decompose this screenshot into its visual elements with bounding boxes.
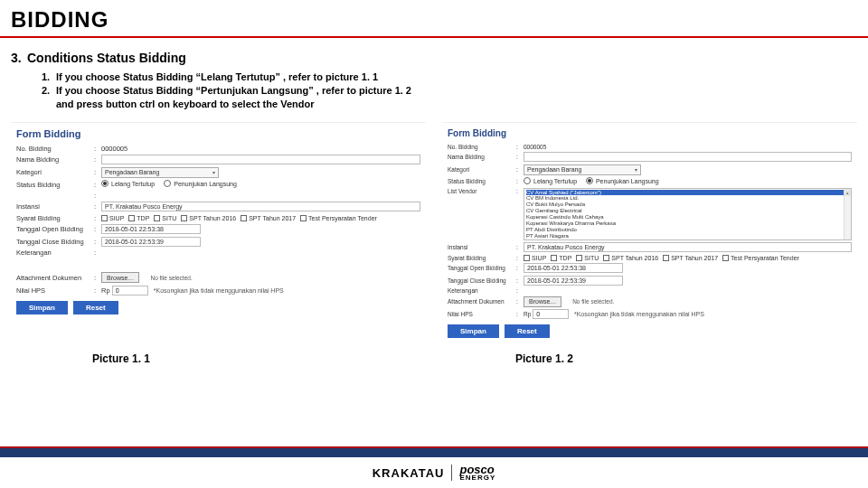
label: Status Bidding <box>448 178 516 184</box>
label: Nilai HPS <box>448 311 516 317</box>
instansi-input[interactable]: PT. Krakatau Posco Energy <box>524 242 852 252</box>
checkbox[interactable]: Test Persyaratan Tender <box>300 215 377 221</box>
no-file-text: No file selected. <box>572 298 614 305</box>
list-item: Koperasi Wirakarya Dharma Perkasa <box>526 221 849 227</box>
label: Nama Bidding <box>448 154 516 160</box>
browse-button[interactable]: Browse… <box>101 272 139 283</box>
nama-input[interactable] <box>524 152 852 162</box>
label: Syarat Bidding <box>448 255 516 261</box>
kategori-select[interactable]: Pengadaan Barang▾ <box>524 164 641 175</box>
label: Tanggal Close Bidding <box>16 238 94 246</box>
picture-1-2-panel: Form Bidding No. Bidding:0000005 Nama Bi… <box>442 122 857 341</box>
simpan-button[interactable]: Simpan <box>448 324 499 338</box>
list-item: PT Gandhi Indah <box>526 239 849 240</box>
list-item: Koperasi Castindo Multi Cahaya <box>526 214 849 221</box>
caption-1-2: Picture 1. 2 <box>434 352 857 365</box>
chevron-down-icon: ▾ <box>635 166 637 173</box>
label: Tanggal Close Bidding <box>448 277 516 284</box>
label: Attachment Dokumen <box>16 274 94 282</box>
kategori-select[interactable]: Pengadaan Barang▾ <box>101 167 219 178</box>
label: List Vendor <box>448 188 516 194</box>
list-item: CV Amal Syahied ("Jabercom") <box>526 190 849 196</box>
bullet-num: 1. <box>42 70 56 84</box>
bullet-text: If you choose Status Bidding “Lelang Ter… <box>56 70 857 84</box>
list-item: CV Gemilang Electrical <box>526 208 849 214</box>
footer-logo: KRAKATAU posco ENERGY <box>0 457 868 488</box>
currency-label: Rp <box>524 311 531 317</box>
hps-hint: *Kosongkan jika tidak menggunakan nilai … <box>154 287 284 294</box>
open-date-input[interactable]: 2018-05-01 22:53:38 <box>524 263 623 273</box>
slide-title: BIDDING <box>0 0 868 38</box>
checkbox[interactable]: SIUP <box>524 255 546 261</box>
label: Nilai HPS <box>16 286 94 295</box>
bullet-num: 2. <box>42 84 56 98</box>
hps-input[interactable]: 0 <box>533 309 569 319</box>
label: Keterangan <box>448 287 516 294</box>
checkbox[interactable]: SPT Tahun 2016 <box>181 215 236 221</box>
radio-icon <box>101 180 108 187</box>
logo-divider <box>451 465 452 481</box>
label: Status Bidding <box>16 181 94 189</box>
bullet-num <box>42 98 56 111</box>
label: Kategori <box>448 166 516 173</box>
scrollbar[interactable]: ▴ <box>844 189 851 239</box>
section-number: 3. <box>11 51 27 65</box>
section-label: Conditions Status Bidding <box>27 51 186 65</box>
picture-1-1-panel: Form Bidding No. Bidding:0000005 Nama Bi… <box>11 122 426 341</box>
radio-icon <box>524 177 531 184</box>
instansi-input[interactable]: PT. Krakatau Posco Energy <box>101 202 420 211</box>
chevron-down-icon: ▾ <box>212 169 215 175</box>
checkbox[interactable]: SPT Tahun 2017 <box>241 215 296 221</box>
open-date-input[interactable]: 2018-05-01 22:53:38 <box>101 224 201 234</box>
radio-penunjukan-langsung[interactable]: Penunjukan Langsung <box>586 177 659 184</box>
reset-button[interactable]: Reset <box>73 301 118 314</box>
radio-penunjukan-langsung[interactable]: Penunjukan Langsung <box>164 180 237 187</box>
checkbox[interactable]: SIUP <box>101 215 124 221</box>
label: Tanggal Open Bidding <box>16 225 94 233</box>
caption-1-1: Picture 1. 1 <box>11 352 434 365</box>
close-date-input[interactable]: 2018-05-01 22:53:39 <box>101 237 201 247</box>
reset-button[interactable]: Reset <box>505 324 550 338</box>
list-item: CV Bukit Mulyo Persada <box>526 202 849 208</box>
hps-input[interactable]: 0 <box>112 286 148 296</box>
close-date-input[interactable]: 2018-05-01 22:53:39 <box>524 276 623 286</box>
checkbox[interactable]: Test Persyaratan Tender <box>722 255 799 261</box>
bullet-list: 1.If you choose Status Bidding “Lelang T… <box>0 69 868 118</box>
value: 0000005 <box>524 144 852 150</box>
label: No. Bidding <box>448 144 516 150</box>
hps-hint: *Kosongkan jika tidak menggunakan nilai … <box>574 311 704 317</box>
label: Attachment Dokumen <box>448 298 516 305</box>
bullet-text: If you choose Status Bidding “Pertunjuka… <box>56 84 857 98</box>
radio-icon <box>164 180 171 187</box>
radio-lelang-tertutup[interactable]: Lelang Tertutup <box>101 180 155 187</box>
radio-lelang-tertutup[interactable]: Lelang Tertutup <box>524 177 577 184</box>
checkbox[interactable]: SITU <box>154 215 176 221</box>
vendor-listbox[interactable]: CV Amal Syahied ("Jabercom") CV BM Indon… <box>524 188 852 240</box>
list-item: PT Astari Niagara <box>526 233 849 239</box>
syarat-checkbox-row: SIUP TDP SITU SPT Tahun 2016 SPT Tahun 2… <box>101 215 420 221</box>
nama-input[interactable] <box>101 155 420 164</box>
logo-energy: ENERGY <box>459 474 495 481</box>
form-title: Form Bidding <box>448 128 852 138</box>
checkbox[interactable]: TDP <box>128 215 149 221</box>
label: Kategori <box>16 168 94 176</box>
checkbox[interactable]: SPT Tahun 2017 <box>663 255 718 261</box>
label: Syarat Bidding <box>16 214 94 222</box>
label: Instansi <box>448 244 516 250</box>
label: Keterangan <box>16 249 94 257</box>
label: Instansi <box>16 202 94 211</box>
list-item: CV BM Indonesia Ltd. <box>526 195 849 202</box>
checkbox[interactable]: SPT Tahun 2016 <box>603 255 658 261</box>
simpan-button[interactable]: Simpan <box>16 301 68 314</box>
checkbox[interactable]: TDP <box>551 255 571 261</box>
footer-bar <box>0 446 868 457</box>
form-title: Form Bidding <box>16 128 420 139</box>
list-item: PT Abdi Distributindo <box>526 227 849 233</box>
label: Tanggal Open Bidding <box>448 265 516 271</box>
bullet-text: and press button ctrl on keyboard to sel… <box>56 98 857 111</box>
label: Nama Bidding <box>16 155 94 164</box>
radio-icon <box>586 177 593 184</box>
checkbox[interactable]: SITU <box>576 255 599 261</box>
browse-button[interactable]: Browse… <box>524 296 561 307</box>
logo-krakatau: KRAKATAU <box>373 466 445 480</box>
